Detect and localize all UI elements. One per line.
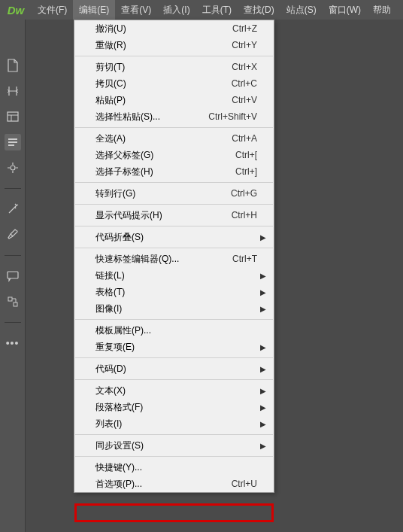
menu-separator — [75, 248, 273, 248]
split-icon[interactable] — [5, 83, 21, 99]
menu-item-label: 显示代码提示(H) — [95, 209, 162, 222]
target-icon[interactable] — [5, 160, 21, 176]
menu-item-label: 链接(L) — [95, 269, 125, 282]
menu-item-label: 粘贴(P) — [95, 94, 126, 107]
submenu-arrow-icon: ▶ — [260, 403, 266, 412]
svg-rect-4 — [14, 302, 17, 306]
menu-item-s[interactable]: 代码折叠(S)▶ — [74, 229, 274, 245]
menu-7[interactable]: 窗口(W) — [323, 0, 367, 20]
submenu-arrow-icon: ▶ — [260, 420, 266, 428]
menu-1[interactable]: 编辑(E) — [73, 0, 115, 20]
menu-6[interactable]: 站点(S) — [280, 0, 323, 20]
menu-item-label: 选择性粘贴(S)... — [95, 111, 160, 123]
menu-item-p[interactable]: 模板属性(P)... — [74, 322, 274, 339]
lines-icon[interactable] — [5, 134, 21, 150]
menu-separator — [75, 204, 273, 205]
menu-separator — [75, 226, 273, 226]
manage-icon[interactable] — [5, 108, 21, 125]
menu-item-s[interactable]: 同步设置(S)▶ — [74, 437, 274, 454]
menu-item-e[interactable]: 重复项(E)▶ — [74, 339, 274, 355]
menu-item-g[interactable]: 选择父标签(G)Ctrl+[ — [74, 147, 274, 163]
menu-shortcut: Ctrl+Z — [232, 23, 257, 34]
menu-shortcut: Ctrl+U — [232, 479, 257, 489]
wrap-icon[interactable] — [5, 293, 21, 310]
menu-item-c[interactable]: 拷贝(C)Ctrl+C — [74, 75, 274, 92]
toolbar-separator — [5, 188, 21, 189]
menu-item-label: 重做(R) — [95, 39, 126, 52]
menu-item-y[interactable]: 快捷键(Y)... — [74, 459, 274, 476]
submenu-arrow-icon: ▶ — [260, 305, 266, 313]
menu-shortcut: Ctrl+V — [232, 95, 257, 105]
menu-8[interactable]: 帮助 — [367, 0, 397, 20]
submenu-arrow-icon: ▶ — [260, 272, 266, 280]
svg-rect-2 — [8, 272, 18, 278]
menu-item-i[interactable]: 图像(I)▶ — [74, 300, 274, 317]
submenu-arrow-icon: ▶ — [260, 233, 266, 242]
menu-item-label: 文本(X) — [95, 385, 126, 397]
submenu-arrow-icon: ▶ — [260, 365, 266, 373]
menu-2[interactable]: 查看(V) — [115, 0, 157, 20]
menu-item-i[interactable]: 列表(I)▶ — [74, 415, 274, 432]
menu-item-q[interactable]: 快速标签编辑器(Q)...Ctrl+T — [74, 251, 274, 267]
menu-item-f[interactable]: 段落格式(F)▶ — [74, 399, 274, 415]
menu-item-label: 快捷键(Y)... — [95, 461, 142, 474]
left-toolbar: ••• — [0, 20, 26, 532]
menu-item-label: 图像(I) — [95, 302, 122, 315]
menu-separator — [75, 182, 273, 183]
menu-separator — [75, 56, 273, 56]
menu-item-label: 首选项(P)... — [95, 478, 142, 491]
menu-item-a[interactable]: 全选(A)Ctrl+A — [74, 130, 274, 147]
menu-separator — [75, 434, 273, 435]
menu-item-p[interactable]: 粘贴(P)Ctrl+V — [74, 92, 274, 108]
menu-shortcut: Ctrl+G — [231, 188, 257, 199]
edit-menu-dropdown: 撤消(U)Ctrl+Z重做(R)Ctrl+Y剪切(T)Ctrl+X拷贝(C)Ct… — [74, 20, 274, 493]
menu-item-s[interactable]: 选择性粘贴(S)...Ctrl+Shift+V — [74, 108, 274, 125]
menu-item-label: 拷贝(C) — [95, 78, 126, 90]
menu-item-label: 列表(I) — [95, 418, 122, 430]
menu-item-h[interactable]: 显示代码提示(H)Ctrl+H — [74, 207, 274, 223]
menu-item-h[interactable]: 选择子标签(H)Ctrl+] — [74, 163, 274, 180]
menu-item-label: 段落格式(F) — [95, 401, 143, 414]
svg-point-1 — [11, 166, 15, 170]
file-icon[interactable] — [5, 57, 21, 74]
menu-shortcut: Ctrl+Shift+V — [208, 111, 257, 122]
menu-shortcut: Ctrl+[ — [235, 150, 257, 160]
menu-separator — [75, 456, 273, 457]
menu-5[interactable]: 查找(D) — [238, 0, 280, 20]
menu-item-u[interactable]: 撤消(U)Ctrl+Z — [74, 20, 274, 37]
menu-shortcut: Ctrl+T — [232, 254, 257, 264]
brush-icon[interactable] — [5, 226, 21, 243]
toolbar-separator — [5, 322, 21, 323]
menu-item-label: 全选(A) — [95, 132, 126, 145]
menu-item-r[interactable]: 重做(R)Ctrl+Y — [74, 37, 274, 53]
menu-shortcut: Ctrl+Y — [232, 40, 257, 50]
svg-rect-0 — [8, 112, 18, 121]
menu-item-label: 撤消(U) — [95, 23, 126, 35]
menu-item-label: 快速标签编辑器(Q)... — [95, 253, 179, 266]
comment-icon[interactable] — [5, 268, 21, 284]
menu-4[interactable]: 工具(T) — [196, 0, 238, 20]
menu-item-label: 表格(T) — [95, 286, 125, 299]
menu-3[interactable]: 插入(I) — [157, 0, 195, 20]
menu-item-g[interactable]: 转到行(G)Ctrl+G — [74, 185, 274, 202]
menu-item-p[interactable]: 首选项(P)...Ctrl+U — [74, 476, 274, 492]
svg-rect-3 — [8, 297, 12, 301]
submenu-arrow-icon: ▶ — [260, 288, 266, 296]
menu-item-label: 同步设置(S) — [95, 439, 144, 452]
menu-shortcut: Ctrl+H — [232, 210, 257, 220]
menu-item-label: 选择父标签(G) — [95, 149, 153, 162]
menu-item-d[interactable]: 代码(D)▶ — [74, 360, 274, 377]
menu-item-label: 重复项(E) — [95, 341, 135, 354]
menu-item-t[interactable]: 剪切(T)Ctrl+X — [74, 59, 274, 75]
menu-item-x[interactable]: 文本(X)▶ — [74, 382, 274, 399]
more-icon[interactable]: ••• — [5, 335, 21, 351]
menu-separator — [75, 379, 273, 380]
menu-item-t[interactable]: 表格(T)▶ — [74, 284, 274, 300]
menu-separator — [75, 319, 273, 320]
menu-item-label: 选择子标签(H) — [95, 166, 153, 178]
menu-separator — [75, 357, 273, 358]
menu-item-l[interactable]: 链接(L)▶ — [74, 267, 274, 284]
menu-0[interactable]: 文件(F) — [32, 0, 73, 20]
wand-icon[interactable] — [5, 201, 21, 217]
menu-item-label: 剪切(T) — [95, 61, 125, 74]
